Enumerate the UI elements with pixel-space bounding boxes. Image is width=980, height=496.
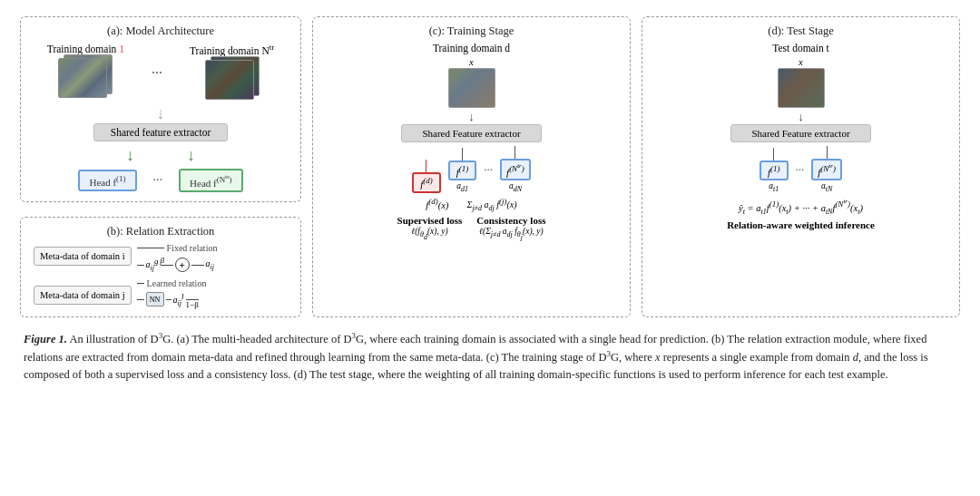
training-img-c xyxy=(448,68,495,108)
arrow-down-d1: ↓ xyxy=(798,110,804,124)
panel-c: (c): Training Stage Training domain d x … xyxy=(312,16,631,317)
aij-g: aijg xyxy=(146,257,159,272)
domainN-sup: tr xyxy=(270,43,275,52)
sum-formula-col: Σj≠d adj f(j)(x) xyxy=(466,197,516,212)
figure-caption: Figure 1. An illustration of D3G. (a) Th… xyxy=(20,330,960,384)
f1-col-c: f(1) ad1 xyxy=(448,148,477,194)
formulas-row-c: f(d)(x) Σj≠d adj f(j)(x) xyxy=(426,197,516,212)
headN-sup: (Ntr) xyxy=(217,175,232,184)
consistency-loss-col: Consistency loss ℓ(Σj≠d adj fθj(x), y) xyxy=(476,215,545,240)
beta-label: β xyxy=(161,256,164,265)
fl2: β xyxy=(161,265,173,266)
test-domain-label: Test domain t xyxy=(772,43,828,53)
fN-box-c: f(Ntr) xyxy=(500,159,531,181)
fl3 xyxy=(191,265,204,266)
domainN-label: Training domain Ntr xyxy=(190,43,274,56)
panel-d-inner: Test domain t x ↓ Shared Feature extract… xyxy=(652,43,950,230)
sat-dark-pattern2 xyxy=(206,61,253,99)
consistency-loss-title: Consistency loss xyxy=(476,215,545,226)
imgN-front xyxy=(205,60,254,100)
adN-label: adN xyxy=(509,181,522,193)
fl1 xyxy=(137,265,144,266)
supervised-loss-title: Supervised loss xyxy=(397,215,463,226)
ll4: 1−β xyxy=(186,299,199,300)
inference-formula: ŷt = at1f(1)(xt) + ··· + atNf(Ntr)(xt) xyxy=(739,198,863,216)
aij-final: aij xyxy=(206,258,214,271)
ll2 xyxy=(137,299,144,300)
heads-c-row: f(d) f(1) ad1 ··· f(Ntr) adN xyxy=(412,146,531,194)
heads-row: Head f(1) ··· Head f(Ntr) xyxy=(78,169,242,193)
test-img-d xyxy=(778,68,825,108)
panel-b: (b): Relation Extraction Meta-data of do… xyxy=(20,217,301,317)
sat-pattern2 xyxy=(59,59,106,97)
heads-dots: ··· xyxy=(153,173,163,188)
learned-label: Learned relation xyxy=(147,278,207,288)
headN-box: Head f(Ntr) xyxy=(179,169,242,193)
diagrams-row: (a): Model Architecture Training domain … xyxy=(20,16,960,317)
domain1-num: 1 xyxy=(119,44,124,54)
panel-c-inner: Training domain d x ↓ Shared Feature ext… xyxy=(322,43,621,241)
panel-a-title: (a): Model Architecture xyxy=(30,24,291,38)
caption-text: An illustration of D3G. (a) The multi-he… xyxy=(24,333,928,381)
caption-bold: Figure 1. xyxy=(24,333,67,345)
domain1-img xyxy=(58,54,113,98)
nn-block: NN xyxy=(146,292,164,306)
ad1-label: ad1 xyxy=(456,181,468,193)
panel-b-title: (b): Relation Extraction xyxy=(30,225,291,238)
domainN-img xyxy=(205,56,260,100)
f1-col-d: f(1) at1 xyxy=(760,148,789,194)
f1-sup-d: (1) xyxy=(770,164,780,173)
fd-col: f(d) xyxy=(412,160,441,193)
panel-a-inner: Training domain 1 ··· Training domain Nt… xyxy=(30,43,291,192)
one-minus-beta: 1−β xyxy=(186,300,199,309)
at1-label: at1 xyxy=(769,181,779,193)
panel-ab-container: (a): Model Architecture Training domain … xyxy=(20,16,301,317)
f1-box-d: f(1) xyxy=(760,160,789,181)
fN-line xyxy=(514,146,515,159)
aij-l: aijl xyxy=(173,292,184,307)
fd-sup: (d) xyxy=(423,176,433,185)
head1-box: Head f(1) xyxy=(78,170,136,192)
fN-sup-d: (Ntr) xyxy=(820,164,836,173)
fN-col-d: f(Ntr) atN xyxy=(811,146,842,194)
panel-c-title: (c): Training Stage xyxy=(322,24,621,38)
shared-feature-box-d: Shared Feature extractor xyxy=(730,124,870,142)
red-line-down xyxy=(426,160,426,172)
main-container: (a): Model Architecture Training domain … xyxy=(0,0,980,393)
fN-tr-d: tr xyxy=(828,162,833,170)
fN-sup-c: (Ntr) xyxy=(509,164,524,173)
arrow-down-c1: ↓ xyxy=(468,110,475,124)
domain1-label: Training domain 1 xyxy=(47,44,124,54)
loss-row-c: Supervised loss ℓ(fθd(x), y) Consistency… xyxy=(397,215,546,240)
shared-feature-box-a: Shared feature extractor xyxy=(93,123,228,141)
f1-box-c: f(1) xyxy=(448,160,477,181)
ll3 xyxy=(166,299,172,300)
fd-formula: f(d)(x) xyxy=(426,197,448,210)
f1-line xyxy=(462,148,463,160)
domain1-col: Training domain 1 xyxy=(47,44,124,98)
fixed-rel-row: Fixed relation xyxy=(137,243,218,253)
loss-cons-formula: ℓ(Σj≠d adj fθj(x), y) xyxy=(479,227,544,240)
loss-sup-formula: ℓ(fθd(x), y) xyxy=(411,227,447,240)
fNd-line xyxy=(827,146,828,159)
dots-d: ··· xyxy=(796,162,805,193)
plus-node: + xyxy=(175,258,190,272)
head1-sup: (1) xyxy=(116,174,126,183)
relation-diagram: Fixed relation aijg β + xyxy=(137,243,288,307)
arrows-row: ↓ ↓ xyxy=(126,145,195,165)
domainN-col: Training domain Ntr xyxy=(190,43,274,100)
panel-a: (a): Model Architecture Training domain … xyxy=(20,16,301,202)
ll1 xyxy=(137,283,144,284)
panel-d: (d): Test Stage Test domain t x ↓ Shared… xyxy=(642,16,960,317)
fN-tr-c: tr xyxy=(517,162,522,170)
panel-d-title: (d): Test Stage xyxy=(652,24,950,38)
arrow-green-2: ↓ xyxy=(187,147,195,163)
arrow-green-1: ↓ xyxy=(126,147,134,163)
fd-formula-col: f(d)(x) xyxy=(426,197,448,210)
training-domain-d: Training domain d xyxy=(433,43,510,53)
panel-a-top-row: Training domain 1 ··· Training domain Nt… xyxy=(47,43,274,100)
panel-b-inner: Meta-data of domain i Meta-data of domai… xyxy=(30,243,291,307)
fixed-line xyxy=(137,248,164,248)
learned-arrow-row: NN aijl 1−β xyxy=(137,292,199,307)
dots-c: ··· xyxy=(484,162,493,193)
